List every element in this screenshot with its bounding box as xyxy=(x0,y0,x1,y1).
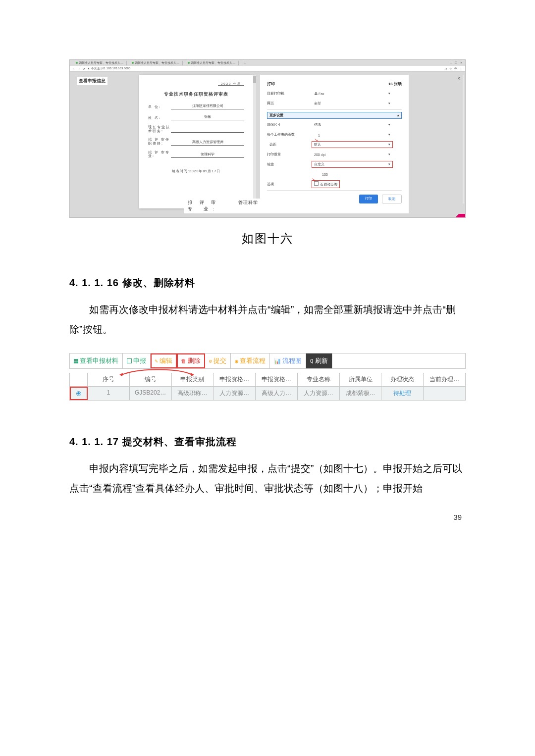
print-title: 打印 xyxy=(267,81,312,87)
cell-qual1: 人力资源… xyxy=(214,387,256,400)
window-max-button[interactable]: □ xyxy=(455,61,457,64)
lbl-papersize: 纸张尺寸 xyxy=(267,122,312,127)
cell-pstatus: 待处理 xyxy=(381,387,424,400)
eye-icon: ◉ xyxy=(235,358,238,364)
lbl-pages-per-sheet: 每个工作表的页数 xyxy=(267,132,312,137)
browser-tab-3[interactable]: 四川省人社厅专家、专业技术人… xyxy=(185,61,239,65)
cell-radio[interactable] xyxy=(70,387,88,400)
scale-input[interactable]: 100 xyxy=(322,173,328,176)
resize-corner xyxy=(452,214,465,218)
btn-apply[interactable]: 申报 xyxy=(123,353,151,368)
cell-code: GJSB202… xyxy=(130,387,172,400)
val-npszy: 管理科学 xyxy=(171,152,244,158)
checkbox-icon xyxy=(127,358,132,363)
new-tab-button[interactable]: + xyxy=(241,61,249,65)
bookmark-star-icon[interactable]: ☆ xyxy=(449,67,452,70)
val-xingming: 张敏 xyxy=(171,114,244,120)
print-preview-page: 2020 年度 专业技术职务任职资格评审表 单 位:江阳区采佳有限公司 姓 名:… xyxy=(139,75,253,208)
search-icon: Q xyxy=(310,358,314,364)
window-close-button[interactable]: × xyxy=(460,61,462,64)
cell-type: 高级职称… xyxy=(172,387,214,400)
btn-flowchart[interactable]: 📊 流程图 xyxy=(270,353,306,368)
window-min-button[interactable]: – xyxy=(450,61,452,64)
address-bar: ← → ⟳ ▲ 不安全 | 61.188.178.163:8080 ⇥ ☆ Θ … xyxy=(70,66,465,72)
pencil-icon: ✎ xyxy=(155,358,158,364)
papersize-select[interactable]: 信纸▾ xyxy=(312,121,393,128)
lbl-quality: 打印质量 xyxy=(267,152,312,157)
opt-header-footer[interactable]: 页眉和页脚 xyxy=(320,183,337,186)
scale-select[interactable]: 自定义▾ xyxy=(312,161,393,168)
cell-qual2: 高级人力… xyxy=(256,387,298,400)
cell-unit: 成都紫极… xyxy=(340,387,382,400)
quality-select[interactable]: 200 dpi▾ xyxy=(312,151,393,158)
form-title: 专业技术职务任职资格评审表 xyxy=(148,91,244,98)
url-text[interactable]: 61.188.178.163:8080 xyxy=(103,67,131,70)
margin-select[interactable]: 默认▾ xyxy=(312,141,393,148)
btn-submit[interactable]: ⊘ 提交 xyxy=(205,353,231,368)
btn-edit[interactable]: ✎ 编辑 xyxy=(151,353,177,368)
section-body-4-1-1-17: 申报内容填写完毕之后，如需发起申报，点击“提交”（如图十七）。申报开始之后可以点… xyxy=(69,458,466,498)
nav-forward-icon[interactable]: → xyxy=(78,67,81,70)
dest-select[interactable]: 🖶 Fax▾ xyxy=(312,90,393,97)
fax-icon: 🖶 xyxy=(314,92,318,96)
cell-curr xyxy=(424,387,465,400)
toolbar-spacer xyxy=(332,353,466,368)
pages-per-sheet-select[interactable]: ↘1▾ xyxy=(312,131,393,138)
col-pstatus: 办理状态 xyxy=(381,373,424,386)
col-unit: 所属单位 xyxy=(340,373,382,386)
btn-refresh[interactable]: Q 刷新 xyxy=(306,353,332,368)
preview-scrollbar[interactable] xyxy=(253,75,256,208)
btn-view-flow[interactable]: ◉ 查看流程 xyxy=(231,353,270,368)
nav-back-icon[interactable]: ← xyxy=(73,67,76,70)
caret-icon: ▾ xyxy=(388,92,390,96)
more-settings-toggle[interactable]: 更多设置▴ xyxy=(267,112,402,119)
page-number: 39 xyxy=(69,513,462,521)
form-date: 填表时间:2020年09月17日 xyxy=(148,169,244,174)
dialog-scrollbar[interactable] xyxy=(463,75,464,203)
val-npsrzzg: 高级人力资源管理师 xyxy=(171,140,244,146)
browser-tab-1[interactable]: 四川省人社厅专家、专业技术人… xyxy=(73,61,127,65)
cell-major: 人力资源… xyxy=(298,387,340,400)
lbl-dest: 目标打印机 xyxy=(267,91,312,96)
underlying-page-text: 拟 评 审管理科学 专 业: xyxy=(184,199,262,213)
print-page-count: 16 张纸 xyxy=(388,81,402,87)
red-arrow-icon: ↘ xyxy=(314,137,318,143)
browser-tab-2[interactable]: 四川省人社厅专家、专业技术人… xyxy=(129,61,183,65)
grid-icon xyxy=(74,359,78,363)
lbl-xrzyjszw: 现任专业技术职务: xyxy=(148,125,171,133)
print-dialog: 打印 16 张纸 目标打印机 🖶 Fax▾ 网页 全部▾ 更多设置▴ 纸张尺寸 … xyxy=(260,75,409,213)
trash-icon: 🗑 xyxy=(181,358,186,364)
btn-view-materials[interactable]: 查看申报材料 xyxy=(70,353,123,368)
lbl-scale: 缩放 xyxy=(267,162,312,167)
section-heading-4-1-1-17: 4. 1. 1. 17 提交材料、查看审批流程 xyxy=(69,435,466,449)
nav-reload-icon[interactable]: ⟳ xyxy=(83,67,85,70)
val-danwei: 江阳区采佳有限公司 xyxy=(171,103,244,109)
print-button[interactable]: 打印 xyxy=(359,195,378,203)
table-row[interactable]: 1 GJSB202… 高级职称… 人力资源… 高级人力… 人力资源… 成都紫极…… xyxy=(69,387,466,401)
figure-caption-16: 如图十六 xyxy=(69,231,466,247)
lbl-npsrzzg: 拟 评 审任职资格: xyxy=(148,138,171,145)
cancel-button[interactable]: 取消 xyxy=(382,195,402,203)
section-heading-4-1-1-16: 4. 1. 1. 16 修改、删除材料 xyxy=(69,276,466,290)
col-qual2: 申报资格… xyxy=(256,373,298,386)
modal-close-icon[interactable]: × xyxy=(457,76,460,81)
chart-icon: 📊 xyxy=(274,358,281,364)
pages-select[interactable]: 全部▾ xyxy=(312,100,393,107)
col-major: 专业名称 xyxy=(298,373,340,386)
btn-delete[interactable]: 🗑 删除 xyxy=(177,353,205,368)
lbl-options: 选项 xyxy=(267,182,312,187)
ext-icon[interactable]: ⇥ xyxy=(444,67,447,70)
profile-icon[interactable]: Θ xyxy=(454,67,457,70)
screenshot-toolbar-table: 查看申报材料 申报 ✎ 编辑 🗑 删除 ⊘ 提交 ◉ 查看流程 xyxy=(69,353,466,401)
overflow-menu-icon[interactable]: ⋮ xyxy=(459,67,462,70)
screenshot-print-dialog: 四川省人社厅专家、专业技术人… 四川省人社厅专家、专业技术人… 四川省人社厅专家… xyxy=(69,59,466,218)
lbl-npszy: 拟 评 审专 业: xyxy=(148,151,171,158)
cell-seq: 1 xyxy=(88,387,130,400)
form-year: 2020 年度 xyxy=(218,82,244,86)
lbl-danwei: 单 位: xyxy=(148,104,171,109)
val-xrzyjszw xyxy=(171,132,244,133)
insecure-label: 不安全 xyxy=(91,67,100,70)
stop-icon: ⊘ xyxy=(209,358,213,364)
red-arrow-annotation xyxy=(119,368,218,374)
browser-tabstrip: 四川省人社厅专家、专业技术人… 四川省人社厅专家、专业技术人… 四川省人社厅专家… xyxy=(70,60,465,66)
